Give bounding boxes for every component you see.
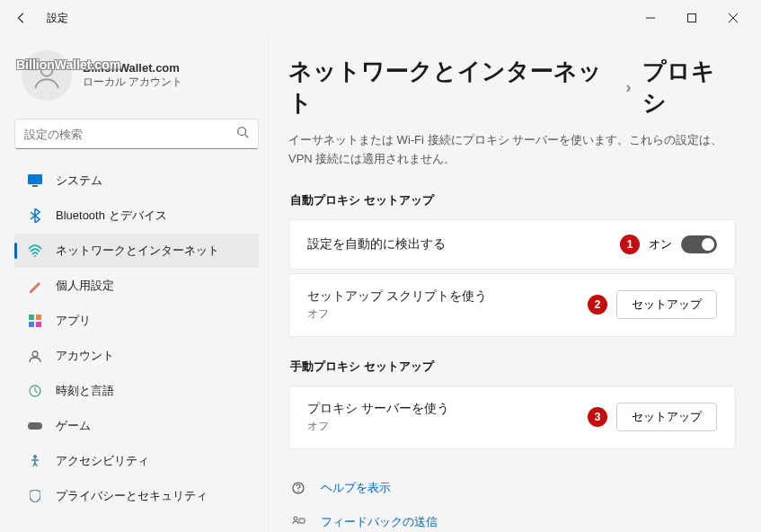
- sidebar-item-personalize[interactable]: 個人用設定: [14, 269, 259, 303]
- help-icon: [290, 481, 306, 495]
- sidebar-item-accounts[interactable]: アカウント: [14, 339, 259, 373]
- card-sub: オフ: [307, 306, 588, 322]
- arrow-left-icon: [15, 12, 28, 24]
- main-content: ネットワークとインターネット › プロキシ イーサネットまたは Wi-Fi 接続…: [268, 36, 761, 532]
- toggle-state-label: オン: [649, 236, 672, 253]
- user-info[interactable]: BillionWallet.com BillionWallet.com ローカル…: [14, 36, 259, 115]
- feedback-link-row: フィードバックの送信: [288, 505, 736, 532]
- apps-icon: [27, 313, 43, 329]
- proxy-server-setup-button[interactable]: セットアップ: [616, 403, 717, 431]
- close-button[interactable]: [712, 4, 754, 32]
- svg-point-17: [33, 455, 37, 458]
- feedback-link[interactable]: フィードバックの送信: [321, 514, 438, 530]
- svg-point-14: [32, 351, 38, 357]
- setup-script-button[interactable]: セットアップ: [616, 290, 717, 319]
- minimize-button[interactable]: [630, 4, 671, 32]
- sidebar-item-network[interactable]: ネットワークとインターネット: [14, 234, 259, 268]
- card-setup-script: セットアップ スクリプトを使う オフ 2 セットアップ: [288, 273, 736, 337]
- svg-point-20: [294, 517, 297, 520]
- help-link-row: ヘルプを表示: [288, 471, 736, 505]
- window-controls: [630, 4, 754, 32]
- sidebar-item-label: ゲーム: [56, 418, 91, 434]
- svg-rect-13: [36, 322, 41, 327]
- sidebar-item-label: Bluetooth とデバイス: [56, 208, 167, 224]
- svg-line-6: [245, 135, 249, 138]
- svg-rect-1: [688, 14, 696, 22]
- minimize-icon: [646, 13, 655, 22]
- card-auto-detect: 設定を自動的に検出する 1 オン: [288, 219, 736, 270]
- window-title: 設定: [47, 11, 68, 26]
- sidebar-item-label: 時刻と言語: [56, 383, 114, 399]
- gaming-icon: [27, 418, 43, 434]
- annotation-badge-1: 1: [620, 235, 640, 254]
- back-button[interactable]: [7, 4, 36, 32]
- page-description: イーサネットまたは Wi-Fi 接続にプロキシ サーバーを使います。これらの設定…: [288, 131, 736, 169]
- titlebar: 設定: [0, 0, 761, 36]
- search-icon: [236, 126, 249, 142]
- section-title-manual: 手動プロキシ セットアップ: [290, 359, 736, 375]
- bluetooth-icon: [27, 208, 43, 224]
- svg-point-5: [238, 128, 246, 136]
- sidebar-item-label: プライバシーとセキュリティ: [56, 488, 208, 504]
- breadcrumb-parent[interactable]: ネットワークとインターネット: [288, 56, 615, 119]
- network-icon: [27, 243, 43, 259]
- sidebar-item-gaming[interactable]: ゲーム: [14, 409, 259, 443]
- system-icon: [27, 173, 43, 189]
- breadcrumb-current: プロキシ: [642, 56, 736, 119]
- time-icon: [27, 383, 43, 399]
- svg-rect-10: [29, 315, 34, 320]
- accounts-icon: [27, 348, 43, 364]
- watermark-text: BillionWallet.com: [16, 58, 120, 72]
- accessibility-icon: [27, 453, 43, 469]
- sidebar-item-privacy[interactable]: プライバシーとセキュリティ: [14, 479, 259, 513]
- help-link[interactable]: ヘルプを表示: [321, 480, 391, 496]
- sidebar-item-accessibility[interactable]: アクセシビリティ: [14, 444, 259, 478]
- svg-point-19: [297, 491, 299, 492]
- card-sub: オフ: [307, 419, 588, 434]
- svg-point-9: [34, 255, 36, 257]
- sidebar-item-apps[interactable]: アプリ: [14, 304, 259, 338]
- sidebar: BillionWallet.com BillionWallet.com ローカル…: [0, 36, 268, 532]
- card-proxy-server: プロキシ サーバーを使う オフ 3 セットアップ: [288, 386, 736, 449]
- maximize-icon: [687, 13, 696, 22]
- sidebar-item-label: アプリ: [56, 313, 91, 329]
- sidebar-item-label: アクセシビリティ: [56, 453, 149, 469]
- auto-detect-toggle[interactable]: [681, 235, 717, 253]
- avatar: BillionWallet.com: [22, 50, 72, 101]
- svg-rect-21: [299, 519, 305, 523]
- svg-rect-16: [28, 422, 42, 430]
- maximize-button[interactable]: [671, 4, 712, 32]
- sidebar-item-bluetooth[interactable]: Bluetooth とデバイス: [14, 199, 259, 233]
- privacy-icon: [27, 488, 43, 504]
- sidebar-item-time[interactable]: 時刻と言語: [14, 374, 259, 408]
- card-title: セットアップ スクリプトを使う: [307, 288, 588, 305]
- search-input[interactable]: [24, 128, 236, 141]
- personalize-icon: [27, 278, 43, 294]
- search-box[interactable]: [14, 119, 259, 149]
- user-sub: ローカル アカウント: [83, 75, 182, 90]
- card-title: 設定を自動的に検出する: [307, 236, 620, 253]
- annotation-badge-3: 3: [588, 407, 607, 427]
- sidebar-item-system[interactable]: システム: [14, 164, 259, 198]
- feedback-icon: [290, 515, 306, 529]
- breadcrumb: ネットワークとインターネット › プロキシ: [288, 56, 736, 119]
- sidebar-item-label: 個人用設定: [56, 278, 114, 294]
- sidebar-item-label: システム: [56, 173, 102, 189]
- sidebar-item-label: ネットワークとインターネット: [56, 243, 219, 259]
- annotation-badge-2: 2: [588, 295, 607, 315]
- chevron-right-icon: ›: [626, 78, 632, 97]
- sidebar-item-label: アカウント: [56, 348, 114, 364]
- svg-rect-8: [32, 185, 38, 187]
- svg-rect-11: [36, 315, 41, 320]
- section-title-auto: 自動プロキシ セットアップ: [290, 192, 736, 208]
- card-title: プロキシ サーバーを使う: [307, 401, 588, 417]
- svg-rect-7: [28, 174, 42, 184]
- svg-rect-12: [29, 322, 34, 327]
- close-icon: [729, 13, 738, 22]
